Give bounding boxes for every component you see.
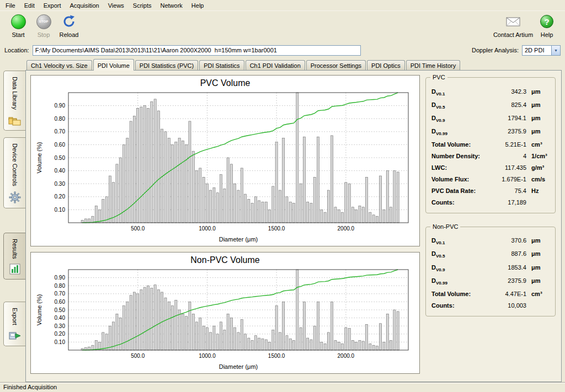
svg-text:0.80: 0.80 — [55, 116, 66, 122]
sidebar-item-device-controls[interactable]: Device Controls — [3, 137, 25, 208]
app-window: FileEditExportAcquisitionViewsScriptsNet… — [0, 0, 565, 392]
stat-unit: g/m³ — [526, 164, 550, 171]
pvc-stats-rows: DV0.1342.3μmDV0.5825.4μmDV0.91794.1μmDV0… — [431, 85, 550, 208]
stat-row-dv099: DV0.992375.9μm — [431, 275, 550, 288]
reload-button[interactable]: Reload — [56, 13, 82, 38]
folders-icon — [8, 115, 22, 126]
tab-ch1-pdi-validation[interactable]: Ch1 PDI Validation — [246, 60, 305, 70]
pvc-stats-group: PVC DV0.1342.3μmDV0.5825.4μmDV0.91794.1μ… — [425, 77, 556, 213]
nonpvc-stats-rows: DV0.1370.6μmDV0.5887.6μmDV0.91853.4μmDV0… — [431, 235, 550, 312]
doppler-analysis-select[interactable]: 2D PDI ▼ — [522, 45, 561, 56]
svg-text:0.20: 0.20 — [55, 331, 66, 337]
content-area: Ch1 Velocity vs. SizePDI VolumePDI Stati… — [25, 58, 565, 382]
stop-button[interactable]: STOP Stop — [31, 13, 56, 38]
nonpvc-volume-chart-panel: Non-PVC Volume 0.100.200.300.400.500.600… — [30, 252, 420, 374]
tab-processor-settings[interactable]: Processor Settings — [306, 60, 366, 70]
stat-label: DV0.1 — [431, 237, 488, 245]
location-input[interactable] — [33, 45, 361, 56]
stat-row-dv099: DV0.992375.9μm — [431, 126, 550, 139]
help-icon: ? — [540, 15, 553, 28]
doppler-analysis-label: Doppler Analysis: — [472, 47, 519, 53]
contact-artium-button[interactable]: Contact Artium — [492, 13, 534, 38]
contact-artium-label: Contact Artium — [493, 31, 533, 38]
stop-icon: STOP — [36, 14, 51, 29]
sidebar-item-export[interactable]: Export — [3, 302, 25, 346]
svg-text:0.50: 0.50 — [55, 307, 66, 313]
svg-text:Diameter (μm): Diameter (μm) — [219, 363, 258, 370]
stat-label: DV0.5 — [431, 101, 488, 110]
stat-value: 887.6 — [488, 250, 526, 257]
stat-row-dv01: DV0.1342.3μm — [431, 85, 550, 99]
tab-pdi-optics[interactable]: PDI Optics — [367, 60, 405, 70]
stat-row-dv05: DV0.5887.6μm — [431, 248, 550, 261]
bar-chart-icon — [9, 264, 20, 275]
stat-row-pvc-data-rate: PVC Data Rate:75.4Hz — [431, 185, 550, 197]
start-label: Start — [12, 31, 24, 38]
stop-label: Stop — [38, 31, 50, 38]
stat-value: 75.4 — [488, 187, 526, 194]
stat-label: Total Volume: — [431, 141, 488, 148]
tab-pdi-time-history[interactable]: PDI Time History — [406, 60, 461, 70]
stat-value: 1.679E-1 — [488, 176, 526, 182]
svg-text:0.20: 0.20 — [55, 194, 66, 200]
stat-row-dv09: DV0.91853.4μm — [431, 261, 550, 275]
menu-item-network[interactable]: Network — [156, 1, 186, 10]
stat-row-number-density: Number Density:41/cm³ — [431, 151, 550, 162]
svg-text:1500.0: 1500.0 — [268, 353, 285, 359]
group-title: PVC — [430, 74, 447, 80]
stat-unit: μm — [526, 128, 550, 135]
svg-text:0.40: 0.40 — [55, 168, 66, 174]
menu-item-views[interactable]: Views — [104, 1, 129, 10]
menu-item-export[interactable]: Export — [39, 1, 66, 10]
stat-unit: cm³ — [526, 141, 550, 148]
stat-value: 117.435 — [488, 164, 526, 171]
toolbar: Start STOP Stop Reload — [0, 11, 565, 43]
sidebar-item-data-library[interactable]: Data Library — [3, 71, 25, 131]
stat-row-counts: Counts:10,003 — [431, 300, 550, 312]
status-bar: Finished Acquisition — [0, 382, 565, 392]
sidebar-item-results[interactable]: Results — [3, 233, 25, 280]
menu-item-edit[interactable]: Edit — [20, 1, 39, 10]
chart-title: PVC Volume — [33, 77, 417, 88]
stat-label: DV0.5 — [431, 250, 488, 259]
tab-bar: Ch1 Velocity vs. SizePDI VolumePDI Stati… — [25, 58, 562, 70]
menu-item-acquisition[interactable]: Acquisition — [66, 1, 104, 10]
svg-text:0.30: 0.30 — [55, 323, 66, 329]
stat-unit: 1/cm³ — [526, 153, 550, 159]
svg-text:0.70: 0.70 — [55, 291, 66, 297]
svg-text:0.10: 0.10 — [55, 339, 66, 345]
stat-unit: μm — [526, 88, 550, 95]
menu-item-help[interactable]: Help — [187, 1, 209, 10]
menu-bar: FileEditExportAcquisitionViewsScriptsNet… — [0, 0, 565, 11]
help-label: Help — [541, 31, 553, 38]
stat-value: 2375.9 — [488, 277, 526, 284]
stat-label: Total Volume: — [431, 291, 488, 297]
start-button[interactable]: Start — [6, 13, 31, 38]
stat-value: 5.21E-1 — [488, 141, 526, 148]
tab-pdi-volume[interactable]: PDI Volume — [93, 59, 134, 71]
stat-unit: cm³ — [526, 291, 550, 297]
svg-text:2000.0: 2000.0 — [338, 225, 355, 232]
svg-text:1500.0: 1500.0 — [268, 225, 285, 232]
svg-text:0.90: 0.90 — [55, 103, 66, 109]
svg-text:1000.0: 1000.0 — [199, 353, 216, 359]
svg-text:500.0: 500.0 — [131, 225, 145, 232]
stat-value: 1794.1 — [488, 115, 526, 121]
stat-unit: μm — [526, 264, 550, 271]
tab-pdi-statistics[interactable]: PDI Statistics — [199, 60, 244, 70]
help-button[interactable]: ? Help — [534, 13, 559, 38]
menu-item-scripts[interactable]: Scripts — [129, 1, 156, 10]
stat-value: 370.6 — [488, 237, 526, 244]
menu-item-file[interactable]: File — [1, 1, 20, 10]
tab-pdi-statistics-pvc[interactable]: PDI Statistics (PVC) — [135, 60, 198, 70]
envelope-icon — [505, 16, 521, 27]
sidebar-item-label: Results — [12, 239, 18, 259]
start-icon — [11, 14, 26, 29]
stat-unit: μm — [526, 250, 550, 257]
stat-row-dv09: DV0.91794.1μm — [431, 112, 550, 125]
doppler-analysis-value: 2D PDI — [523, 46, 551, 55]
tab-ch1-velocity-vs-size[interactable]: Ch1 Velocity vs. Size — [26, 60, 92, 70]
stat-label: DV0.9 — [431, 115, 488, 123]
sidebar: Data Library Device Controls — [0, 58, 25, 382]
tab-page-pdi-volume: PVC Volume 0.100.200.300.400.500.600.700… — [25, 70, 562, 382]
